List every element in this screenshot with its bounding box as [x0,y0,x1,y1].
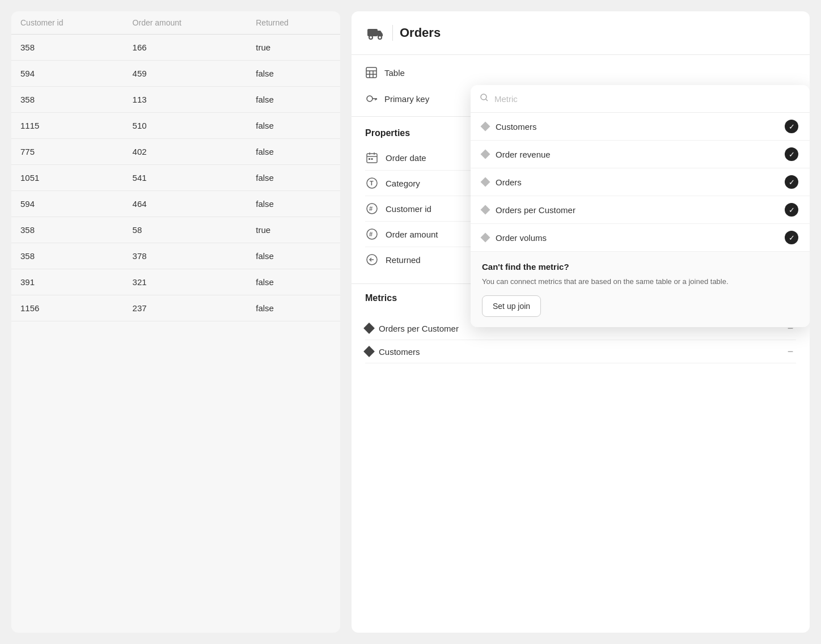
truck-icon [365,23,386,43]
cell-order-amount: 459 [124,61,247,87]
cell-customer-id: 358 [11,217,124,243]
diamond-icon-1 [363,323,375,334]
cell-customer-id: 1156 [11,295,124,321]
cell-customer-id: 594 [11,191,124,217]
metric-option-orders-per-customer[interactable]: Orders per Customer [471,196,810,224]
metric-customers[interactable]: Customers − [365,340,796,363]
property-order-date-label: Order date [386,153,426,163]
col-order-amount: Order amount [124,11,247,35]
cell-order-amount: 237 [124,295,247,321]
metric-option-label-3: Orders [496,177,522,187]
cell-returned: true [247,217,340,243]
metric-dropdown: Customers Order revenue Orders Orders pe… [471,85,810,327]
cell-customer-id: 1115 [11,113,124,139]
diamond-icon-2 [363,346,375,357]
orders-table: Customer id Order amount Returned 358 16… [11,11,340,321]
cell-returned: true [247,35,340,61]
svg-rect-17 [371,158,373,160]
setup-join-button[interactable]: Set up join [482,295,541,317]
cell-returned: false [247,243,340,269]
cell-returned: false [247,61,340,87]
svg-point-26 [481,94,486,100]
nav-table[interactable]: Table [352,60,810,86]
cell-order-amount: 402 [124,139,247,165]
property-order-amount-label: Order amount [386,230,438,239]
calendar-icon [365,151,379,164]
table-row: 594 459 false [11,61,340,87]
metric-option-left-4: Orders per Customer [482,205,575,215]
cell-customer-id: 594 [11,61,124,87]
cell-order-amount: 464 [124,191,247,217]
property-returned-label: Returned [386,255,421,265]
col-customer-id: Customer id [11,11,124,35]
metric-option-label-2: Order revenue [496,150,551,159]
cell-customer-id: 358 [11,243,124,269]
table-row: 1115 510 false [11,113,340,139]
table-row: 358 113 false [11,87,340,113]
metric-option-label-4: Orders per Customer [496,205,575,215]
check-order-revenue [785,147,798,161]
svg-text:T: T [370,180,374,187]
remove-metric-2[interactable]: − [785,346,796,357]
hash-icon-customer: # [365,202,379,215]
metric-option-left-2: Order revenue [482,150,551,159]
cell-returned: false [247,139,340,165]
cell-order-amount: 58 [124,217,247,243]
metric-option-label-5: Order volums [496,233,547,243]
table-row: 391 321 false [11,269,340,295]
arrow-left-icon [365,253,379,266]
metrics-title: Metrics [365,293,397,303]
cant-find-title: Can't find the metric? [482,262,798,272]
diamond-option-5 [481,233,490,243]
nav-primary-key-label: Primary key [384,94,429,104]
metric-label-1: Orders per Customer [379,324,459,333]
diamond-option-4 [481,205,490,215]
cell-returned: false [247,165,340,191]
cant-find-section: Can't find the metric? You can connect m… [471,252,810,327]
check-orders-per-customer [785,203,798,217]
cell-customer-id: 391 [11,269,124,295]
panel-header: Orders [352,11,810,55]
cell-returned: false [247,295,340,321]
data-table-panel: Customer id Order amount Returned 358 16… [11,11,340,633]
metric-left-1: Orders per Customer [365,324,459,333]
property-category-label: Category [386,179,420,188]
svg-point-2 [378,36,382,39]
table-row: 775 402 false [11,139,340,165]
metric-option-label-1: Customers [496,122,537,132]
hash-icon-order: # [365,227,379,241]
table-row: 358 58 true [11,217,340,243]
search-container [471,85,810,113]
svg-text:#: # [369,231,373,238]
cell-returned: false [247,113,340,139]
table-icon [365,66,378,79]
search-icon [480,93,489,104]
table-row: 358 166 true [11,35,340,61]
svg-point-1 [369,36,373,39]
cell-order-amount: 378 [124,243,247,269]
nav-table-label: Table [384,68,405,78]
metric-option-customers[interactable]: Customers [471,113,810,141]
table-row: 1051 541 false [11,165,340,191]
text-icon: T [365,176,379,190]
diamond-option-3 [481,177,490,187]
cant-find-description: You can connect metrics that are based o… [482,276,798,287]
col-returned: Returned [247,11,340,35]
cell-order-amount: 321 [124,269,247,295]
metric-option-order-revenue[interactable]: Order revenue [471,141,810,168]
metric-search-input[interactable] [494,94,801,104]
table-row: 1156 237 false [11,295,340,321]
metric-label-2: Customers [379,347,420,357]
svg-text:#: # [369,205,373,212]
property-customer-id-label: Customer id [386,204,431,214]
cell-customer-id: 358 [11,87,124,113]
metric-option-orders[interactable]: Orders [471,168,810,196]
table-row: 358 378 false [11,243,340,269]
metric-option-order-volums[interactable]: Order volums [471,224,810,252]
check-orders [785,175,798,189]
cell-returned: false [247,269,340,295]
svg-rect-0 [367,29,378,36]
cell-order-amount: 510 [124,113,247,139]
svg-rect-16 [369,158,370,160]
diamond-option-2 [481,150,490,159]
